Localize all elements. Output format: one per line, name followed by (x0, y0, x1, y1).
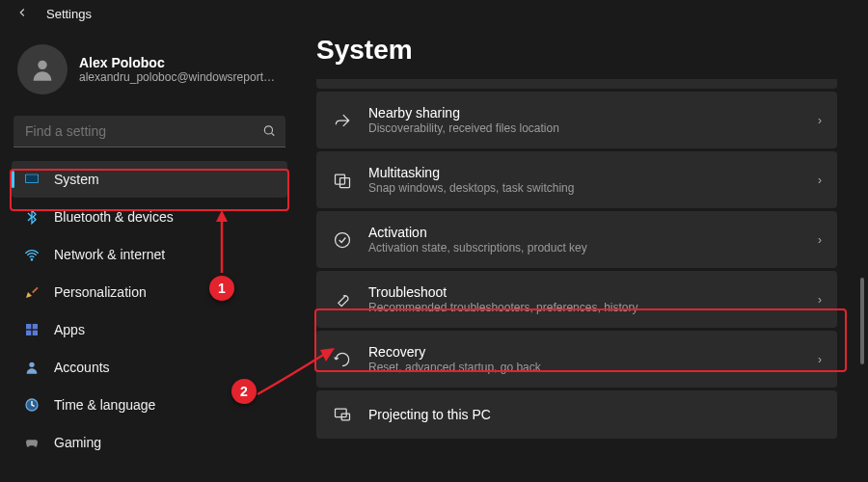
svg-rect-4 (26, 174, 38, 182)
panel-previous-sliver[interactable] (316, 79, 837, 89)
search-box (14, 116, 285, 147)
sidebar-item-label: Bluetooth & devices (54, 209, 174, 225)
panel-projecting[interactable]: Projecting to this PC (316, 390, 837, 439)
sidebar-item-label: Network & internet (54, 247, 165, 262)
svg-rect-6 (26, 324, 31, 329)
panel-title: Multitasking (368, 165, 802, 180)
chevron-right-icon: › (818, 293, 822, 307)
panel-title: Nearby sharing (368, 105, 802, 120)
wifi-icon (23, 246, 41, 263)
gaming-icon (23, 434, 41, 451)
sidebar-item-label: Gaming (54, 435, 101, 450)
chevron-right-icon: › (818, 174, 822, 187)
svg-point-5 (31, 259, 32, 260)
wrench-icon (332, 289, 353, 310)
window-title: Settings (46, 7, 92, 21)
svg-rect-9 (33, 331, 38, 335)
chevron-right-icon: › (818, 233, 822, 247)
svg-point-10 (29, 362, 34, 367)
panel-title: Projecting to this PC (368, 407, 822, 422)
panel-subtitle: Reset, advanced startup, go back (368, 361, 802, 374)
svg-point-0 (38, 61, 46, 69)
sidebar-item-personalization[interactable]: Personalization (12, 274, 287, 310)
sidebar: Alex Poloboc alexandru_poloboc@windowsre… (0, 27, 299, 482)
bluetooth-icon (23, 208, 41, 226)
svg-rect-8 (26, 331, 31, 335)
sidebar-item-label: System (54, 172, 99, 187)
back-icon[interactable] (15, 6, 29, 22)
sidebar-item-bluetooth[interactable]: Bluetooth & devices (12, 199, 287, 235)
multitask-icon (332, 170, 353, 191)
chevron-right-icon: › (818, 353, 822, 366)
system-icon (23, 171, 41, 188)
sidebar-item-apps[interactable]: Apps (12, 311, 287, 348)
sidebar-item-network[interactable]: Network & internet (12, 236, 287, 273)
sidebar-nav: System Bluetooth & devices Network & int… (12, 161, 287, 462)
title-bar: Settings (0, 0, 868, 27)
svg-point-14 (336, 232, 350, 247)
svg-rect-7 (33, 324, 38, 329)
avatar (17, 44, 68, 94)
profile-email: alexandru_poloboc@windowsreport… (79, 70, 275, 84)
panel-title: Activation (368, 225, 802, 240)
apps-icon (23, 321, 41, 338)
panel-recovery[interactable]: Recovery Reset, advanced startup, go bac… (316, 331, 837, 388)
svg-point-1 (264, 125, 272, 133)
panel-title: Troubleshoot (368, 284, 802, 300)
brush-icon (23, 283, 41, 301)
svg-rect-15 (336, 409, 347, 416)
sidebar-item-system[interactable]: System (12, 161, 287, 198)
sidebar-item-label: Personalization (54, 284, 147, 300)
panel-nearby-sharing[interactable]: Nearby sharing Discoverability, received… (316, 92, 837, 148)
panel-troubleshoot[interactable]: Troubleshoot Recommended troubleshooters… (316, 271, 837, 328)
share-icon (332, 110, 353, 131)
sidebar-item-label: Accounts (54, 360, 110, 375)
profile-block[interactable]: Alex Poloboc alexandru_poloboc@windowsre… (12, 37, 287, 112)
panel-activation[interactable]: Activation Activation state, subscriptio… (316, 211, 837, 268)
profile-name: Alex Poloboc (79, 55, 275, 70)
panel-subtitle: Snap windows, desktops, task switching (368, 181, 802, 195)
panel-title: Recovery (368, 344, 802, 360)
check-circle-icon (332, 229, 353, 251)
page-title: System (316, 35, 868, 66)
sidebar-item-gaming[interactable]: Gaming (12, 424, 287, 461)
sidebar-item-label: Time & language (54, 397, 155, 413)
svg-line-2 (272, 133, 275, 136)
annotation-step-2: 2 (231, 379, 257, 404)
sidebar-item-label: Apps (54, 322, 85, 337)
chevron-right-icon: › (818, 114, 822, 127)
annotation-step-1: 1 (209, 276, 234, 301)
accounts-icon (23, 359, 41, 376)
recovery-icon (332, 349, 353, 370)
main-content: System Nearby sharing Discoverability, r… (299, 27, 868, 482)
scrollbar[interactable] (860, 278, 864, 364)
search-input[interactable] (14, 116, 285, 147)
panel-subtitle: Discoverability, received files location (368, 121, 802, 135)
panel-multitasking[interactable]: Multitasking Snap windows, desktops, tas… (316, 151, 837, 208)
clock-globe-icon (23, 396, 41, 414)
search-icon[interactable] (262, 123, 276, 140)
projecting-icon (332, 404, 353, 425)
panel-subtitle: Activation state, subscriptions, product… (368, 241, 802, 254)
panel-subtitle: Recommended troubleshooters, preferences… (368, 301, 802, 314)
